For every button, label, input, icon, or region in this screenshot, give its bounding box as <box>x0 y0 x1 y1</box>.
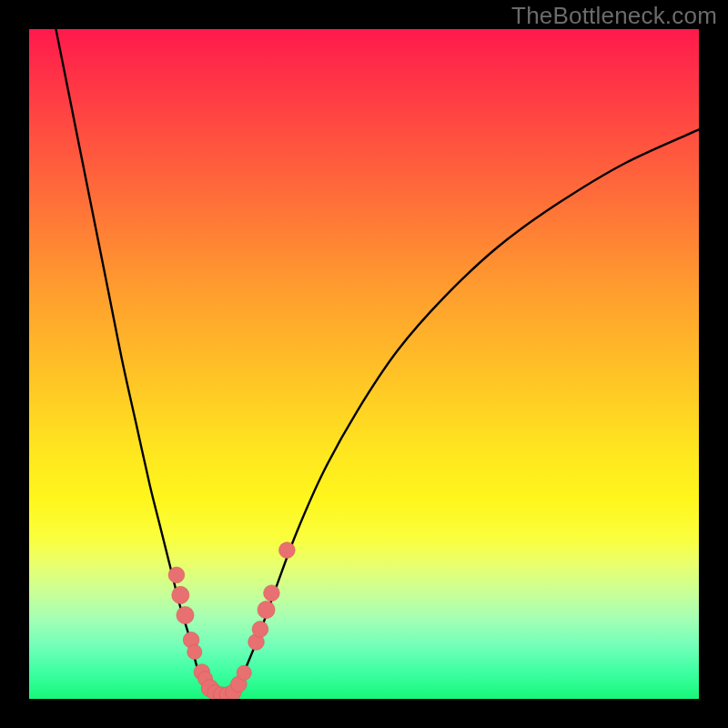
chart-svg <box>29 29 699 699</box>
data-marker <box>252 622 268 638</box>
data-marker <box>258 602 275 619</box>
data-marker <box>168 567 185 583</box>
data-marker <box>177 606 194 623</box>
left-curve <box>56 29 213 695</box>
chart-frame: TheBottleneck.com <box>0 0 728 728</box>
data-markers <box>168 542 295 699</box>
watermark-text: TheBottleneck.com <box>511 2 717 30</box>
data-marker <box>172 586 189 603</box>
plot-area <box>29 29 699 699</box>
data-marker <box>237 665 251 680</box>
data-marker <box>279 542 296 559</box>
right-curve <box>230 129 699 695</box>
data-marker <box>187 644 202 659</box>
data-marker <box>264 585 280 602</box>
